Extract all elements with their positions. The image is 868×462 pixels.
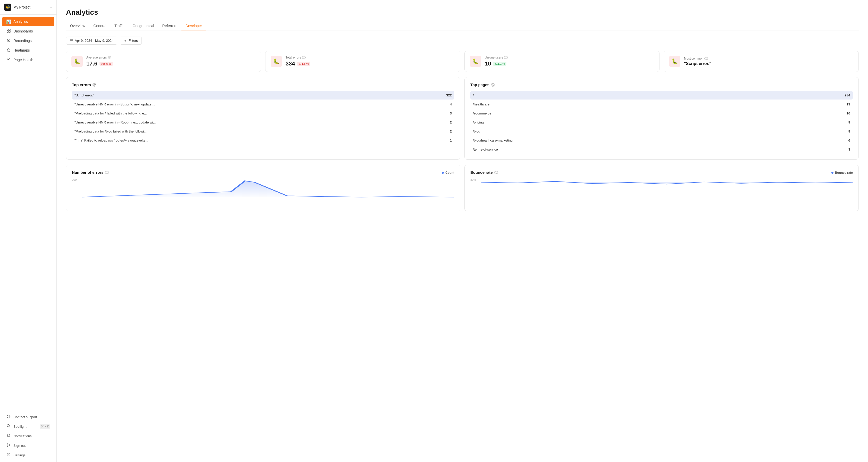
top-section: Top errors ⓘ "Script error." 322 "Unreco… bbox=[66, 77, 859, 160]
date-range-label: Apr 9, 2024 - May 9, 2024 bbox=[75, 39, 114, 42]
error-label: "Unrecoverable HMR error in <Root>: next… bbox=[74, 120, 156, 124]
page-row[interactable]: /ecommerce 10 bbox=[470, 109, 853, 118]
svg-rect-13 bbox=[70, 39, 73, 42]
sign-out-icon bbox=[6, 443, 11, 448]
stat-info-total: Total errors ⓘ 334 ↓71.5 % bbox=[285, 56, 455, 67]
svg-point-8 bbox=[7, 425, 9, 427]
sidebar-item-page-health[interactable]: Page Health bbox=[2, 55, 54, 64]
page-label: /blog bbox=[473, 129, 480, 133]
recordings-icon bbox=[6, 38, 11, 43]
sidebar-item-notifications[interactable]: Notifications bbox=[2, 431, 54, 440]
svg-point-7 bbox=[8, 416, 9, 417]
svg-rect-1 bbox=[9, 29, 10, 31]
chart-legend-bounce: Bounce rate bbox=[831, 171, 853, 175]
error-row[interactable]: "Script error." 322 bbox=[72, 91, 454, 99]
svg-point-12 bbox=[8, 454, 9, 455]
legend-label: Count bbox=[445, 171, 454, 175]
filter-icon bbox=[124, 39, 127, 42]
info-icon: ⓘ bbox=[302, 56, 306, 59]
stat-card-avg-errors: 🐛 Average errors ⓘ 17.6 ↓68.5 % bbox=[66, 51, 261, 72]
chart-line-area bbox=[82, 178, 454, 200]
page-count: 284 bbox=[844, 93, 850, 97]
sidebar-item-recordings[interactable]: Recordings bbox=[2, 36, 54, 45]
sidebar: 🐝 My Project ⌄ 📊 Analytics Dashboards Re… bbox=[0, 0, 57, 462]
chart-title-errors: Number of errors ⓘ Count bbox=[72, 170, 454, 175]
page-count: 3 bbox=[848, 148, 850, 151]
sidebar-item-label: Page Health bbox=[13, 58, 33, 62]
tab-traffic[interactable]: Traffic bbox=[110, 22, 128, 30]
tab-referrers[interactable]: Referrers bbox=[158, 22, 181, 30]
stat-badge-unique: ↑11.1 % bbox=[493, 62, 506, 66]
stat-label-unique: Unique users ⓘ bbox=[485, 56, 654, 59]
heatmaps-icon bbox=[6, 48, 11, 53]
error-row[interactable]: "Preloading data for / failed with the f… bbox=[72, 109, 454, 118]
chart-yaxis-bounce: 80% bbox=[470, 178, 476, 200]
page-label: /ecommerce bbox=[473, 112, 492, 115]
sidebar-item-settings[interactable]: Settings bbox=[2, 451, 54, 460]
top-pages-title: Top pages ⓘ bbox=[470, 83, 853, 87]
stats-row: 🐛 Average errors ⓘ 17.6 ↓68.5 % 🐛 Total … bbox=[66, 51, 859, 72]
page-title: Analytics bbox=[66, 8, 859, 17]
chart-title-bounce: Bounce rate ⓘ Bounce rate bbox=[470, 170, 853, 175]
top-errors-panel: Top errors ⓘ "Script error." 322 "Unreco… bbox=[66, 77, 460, 160]
info-icon: ⓘ bbox=[704, 57, 708, 60]
error-row[interactable]: "Unrecoverable HMR error in <Root>: next… bbox=[72, 118, 454, 127]
tab-general[interactable]: General bbox=[89, 22, 110, 30]
filters-label: Filters bbox=[129, 39, 137, 42]
sidebar-item-contact-support[interactable]: Contact support bbox=[2, 412, 54, 422]
sidebar-item-label: Settings bbox=[13, 453, 26, 457]
sidebar-item-label: Contact support bbox=[13, 415, 37, 419]
error-label: "Preloading data for / failed with the f… bbox=[74, 112, 147, 115]
spotlight-shortcut: ⌘ + K bbox=[40, 424, 50, 429]
sidebar-item-analytics[interactable]: 📊 Analytics bbox=[2, 17, 54, 26]
filters-button[interactable]: Filters bbox=[120, 37, 142, 44]
legend-label: Bounce rate bbox=[835, 171, 853, 175]
chart-svg-bounce bbox=[480, 178, 853, 200]
page-row[interactable]: /healthcare 13 bbox=[470, 100, 853, 109]
sidebar-item-spotlight[interactable]: Spotlight ⌘ + K bbox=[2, 422, 54, 431]
error-label: "[hmr] Failed to reload /src/routes/+lay… bbox=[74, 138, 148, 142]
sidebar-item-label: Heatmaps bbox=[13, 48, 30, 52]
page-row[interactable]: /blog/healthcare-marketing 6 bbox=[470, 136, 853, 145]
page-row[interactable]: /terms-of-service 3 bbox=[470, 145, 853, 154]
sidebar-nav: 📊 Analytics Dashboards Recordings Heatma… bbox=[0, 15, 57, 410]
info-icon: ⓘ bbox=[491, 83, 495, 87]
sidebar-item-sign-out[interactable]: Sign out bbox=[2, 441, 54, 450]
sidebar-item-label: Dashboards bbox=[13, 29, 33, 33]
y-label-top: 80% bbox=[470, 178, 476, 181]
error-row[interactable]: "Unrecoverable HMR error in <Button>: ne… bbox=[72, 100, 454, 109]
svg-rect-3 bbox=[9, 31, 10, 33]
page-count: 10 bbox=[847, 112, 850, 115]
tab-geographical[interactable]: Geographical bbox=[128, 22, 158, 30]
project-logo-icon: 🐝 bbox=[4, 4, 11, 11]
page-row[interactable]: /pricing 9 bbox=[470, 118, 853, 127]
tab-overview[interactable]: Overview bbox=[66, 22, 89, 30]
error-row[interactable]: "[hmr] Failed to reload /src/routes/+lay… bbox=[72, 136, 454, 145]
sidebar-item-dashboards[interactable]: Dashboards bbox=[2, 27, 54, 36]
error-count: 1 bbox=[450, 138, 452, 142]
sidebar-item-label: Analytics bbox=[13, 20, 28, 24]
error-label: "Unrecoverable HMR error in <Button>: ne… bbox=[74, 102, 155, 106]
bug-icon-common: 🐛 bbox=[669, 56, 680, 67]
page-label: /pricing bbox=[473, 120, 484, 124]
stat-value-unique: 10 ↑11.1 % bbox=[485, 60, 654, 67]
contact-support-icon bbox=[6, 414, 11, 419]
stat-info-unique: Unique users ⓘ 10 ↑11.1 % bbox=[485, 56, 654, 67]
error-count: 2 bbox=[450, 120, 452, 124]
project-selector[interactable]: 🐝 My Project ⌄ bbox=[0, 0, 57, 15]
page-row[interactable]: /blog 9 bbox=[470, 127, 853, 135]
stat-label-total: Total errors ⓘ bbox=[285, 56, 455, 59]
error-row[interactable]: "Preloading data for /blog failed with t… bbox=[72, 127, 454, 135]
spotlight-icon bbox=[6, 424, 11, 429]
error-count: 4 bbox=[450, 102, 452, 106]
page-row[interactable]: / 284 bbox=[470, 91, 853, 99]
info-icon: ⓘ bbox=[494, 171, 498, 174]
sidebar-bottom: Contact support Spotlight ⌘ + K Notifica… bbox=[0, 410, 57, 462]
sidebar-item-heatmaps[interactable]: Heatmaps bbox=[2, 45, 54, 55]
settings-icon bbox=[6, 453, 11, 457]
tab-developer[interactable]: Developer bbox=[181, 22, 206, 30]
sidebar-item-label: Recordings bbox=[13, 39, 32, 43]
page-label: / bbox=[473, 93, 474, 97]
date-range-button[interactable]: Apr 9, 2024 - May 9, 2024 bbox=[66, 37, 117, 44]
bug-icon-total: 🐛 bbox=[271, 56, 282, 67]
